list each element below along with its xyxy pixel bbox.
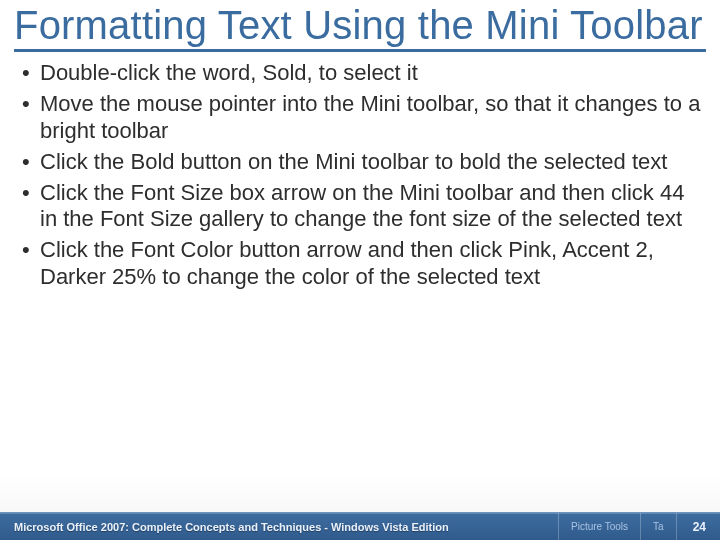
bullet-item: Click the Bold button on the Mini toolba… [18, 149, 702, 176]
title-container: Formatting Text Using the Mini Toolbar [0, 0, 720, 52]
bullet-item: Click the Font Size box arrow on the Min… [18, 180, 702, 234]
slide-body: Double-click the word, Sold, to select i… [0, 52, 720, 291]
bullet-item: Click the Font Color button arrow and th… [18, 237, 702, 291]
footer-segment: Ta [640, 513, 676, 541]
slide: Formatting Text Using the Mini Toolbar D… [0, 0, 720, 540]
footer-text: Microsoft Office 2007: Complete Concepts… [14, 521, 449, 533]
footer-bar: Microsoft Office 2007: Complete Concepts… [0, 512, 720, 540]
slide-title: Formatting Text Using the Mini Toolbar [14, 4, 706, 52]
footer-segments: Picture Tools Ta 24 [558, 513, 706, 541]
bullet-item: Move the mouse pointer into the Mini too… [18, 91, 702, 145]
bullet-list: Double-click the word, Sold, to select i… [18, 60, 702, 291]
page-number: 24 [676, 513, 706, 541]
footer-segment: Picture Tools [558, 513, 640, 541]
bullet-item: Double-click the word, Sold, to select i… [18, 60, 702, 87]
